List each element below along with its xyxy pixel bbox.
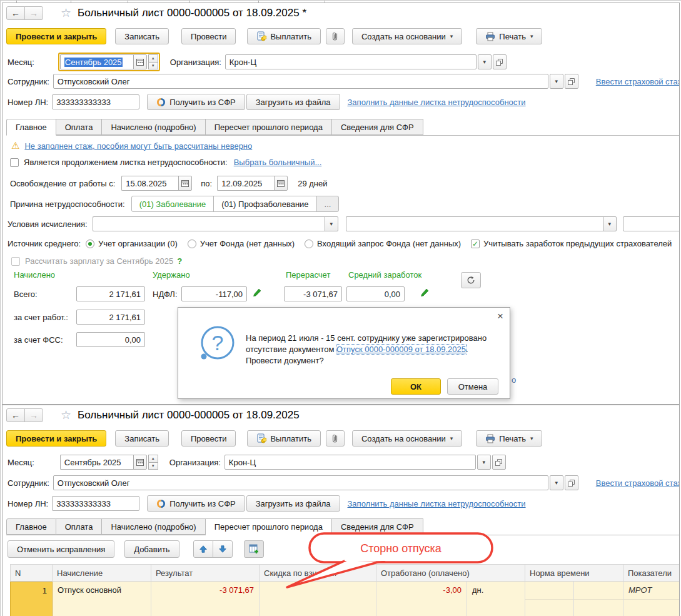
cell-indicators[interactable]: МРОТ xyxy=(623,582,680,616)
fill-data-link[interactable]: Заполнить данные листка нетрудоспособнос… xyxy=(348,499,526,508)
organization-open-button[interactable] xyxy=(493,54,507,69)
post-and-close-button[interactable]: Провести и закрыть xyxy=(6,28,106,44)
move-down-button[interactable] xyxy=(213,540,233,558)
month-calendar-button[interactable] xyxy=(133,455,147,470)
cell-time-norm-1[interactable] xyxy=(525,582,574,616)
organization-dropdown-button[interactable]: ▾ xyxy=(478,54,492,69)
favorite-star-icon[interactable]: ☆ xyxy=(61,408,71,422)
continuation-checkbox[interactable] xyxy=(10,158,19,167)
table-header-time-norm[interactable]: Норма времени xyxy=(525,564,623,582)
table-header-n[interactable]: N xyxy=(10,564,53,582)
month-spinner[interactable]: ▲▼ xyxy=(148,455,158,470)
employee-open-button[interactable] xyxy=(565,74,578,89)
reason-more-button[interactable]: ... xyxy=(316,196,340,212)
tab-accrued-detail[interactable]: Начислено (подробно) xyxy=(102,518,205,535)
month-input[interactable]: Сентябрь 2025 xyxy=(60,54,134,69)
date-to-calendar-button[interactable] xyxy=(274,176,288,191)
pay-button[interactable]: Выплатить xyxy=(247,28,321,44)
tab-accrued-detail[interactable]: Начислено (подробно) xyxy=(102,119,205,135)
reason-disease-button[interactable]: (01) Заболевание xyxy=(131,196,214,212)
organization-input[interactable]: Крон-Ц xyxy=(224,455,476,470)
edit-pencil-icon[interactable] xyxy=(253,288,261,297)
date-from-input[interactable]: 15.08.2025 xyxy=(121,176,179,191)
table-header-result[interactable]: Результат xyxy=(151,564,260,582)
help-mark[interactable]: ? xyxy=(177,256,182,266)
print-button[interactable]: Печать ▾ xyxy=(476,28,542,44)
employee-open-button[interactable] xyxy=(565,475,578,490)
employee-dropdown-button[interactable]: ▾ xyxy=(550,475,563,490)
undo-corrections-button[interactable]: Отменить исправления xyxy=(8,540,114,558)
cell-accrual[interactable]: Отпуск основной xyxy=(53,582,151,616)
create-based-button[interactable]: Создать на основании ▾ xyxy=(352,28,462,44)
get-from-sfr-button[interactable]: Получить из СФР xyxy=(147,495,245,512)
table-header-indicators[interactable]: Показатели xyxy=(623,564,680,582)
print-button[interactable]: Печать ▾ xyxy=(476,430,542,447)
add-row-button[interactable]: Добавить xyxy=(124,540,179,558)
fill-data-link[interactable]: Заполнить данные листка нетрудоспособнос… xyxy=(348,98,526,107)
attach-button[interactable] xyxy=(326,28,345,44)
tab-payment[interactable]: Оплата xyxy=(56,119,103,135)
conditions-select-1-dropdown[interactable]: ▾ xyxy=(325,216,338,231)
prev-insurers-checkbox[interactable]: ✓ xyxy=(471,240,480,248)
save-button[interactable]: Записать xyxy=(115,28,169,44)
employee-input[interactable]: Отпусковский Олег xyxy=(53,74,548,89)
post-and-close-button[interactable]: Провести и закрыть xyxy=(6,430,106,447)
reason-prof-button[interactable]: (01) Профзаболевание xyxy=(213,196,316,212)
tab-main[interactable]: Главное xyxy=(6,518,56,535)
month-calendar-button[interactable] xyxy=(133,54,147,69)
at-employer-input[interactable]: 2 171,61 xyxy=(76,310,145,325)
enter-insurance-link[interactable]: Ввести страховой стаж... xyxy=(596,478,680,488)
load-from-file-button[interactable]: Загрузить из файла xyxy=(246,495,340,512)
edit-pencil-icon[interactable] xyxy=(420,288,429,297)
conditions-select-2[interactable] xyxy=(346,216,603,231)
table-header-accrual[interactable]: Начисление xyxy=(53,564,151,582)
radio-fund-accounting[interactable] xyxy=(188,240,196,248)
cell-result[interactable]: -3 071,67 xyxy=(151,582,260,616)
back-button[interactable]: ← xyxy=(6,6,25,20)
month-spinner[interactable]: ▲▼ xyxy=(148,54,158,69)
employee-input[interactable]: Отпусковский Олег xyxy=(53,475,548,490)
total-input[interactable]: 2 171,61 xyxy=(76,286,145,301)
tab-recalc-period[interactable]: Пересчет прошлого периода xyxy=(206,119,332,135)
save-button[interactable]: Записать xyxy=(115,430,169,447)
enter-insurance-link[interactable]: Ввести страховой стаж... xyxy=(596,77,680,86)
organization-dropdown-button[interactable]: ▾ xyxy=(477,455,491,470)
radio-org-accounting[interactable] xyxy=(86,240,94,248)
organization-open-button[interactable] xyxy=(492,455,506,470)
document-link[interactable]: Отпуск 0000-000009 от 18.09.2025 xyxy=(336,345,466,354)
month-input[interactable]: Сентябрь 2025 xyxy=(60,455,134,470)
dialog-close-button[interactable]: × xyxy=(497,310,503,323)
forward-button[interactable]: → xyxy=(24,408,43,422)
favorite-star-icon[interactable]: ☆ xyxy=(61,6,71,20)
tab-main[interactable]: Главное xyxy=(6,119,56,136)
ln-number-input[interactable]: 333333333333 xyxy=(52,496,139,511)
back-button[interactable]: ← xyxy=(6,408,25,422)
cell-n[interactable]: 1 xyxy=(10,582,53,616)
conditions-select-2-dropdown[interactable]: ▾ xyxy=(603,216,617,231)
spinner-down-icon[interactable]: ▼ xyxy=(148,62,158,70)
date-from-calendar-button[interactable] xyxy=(178,176,192,191)
get-from-sfr-button[interactable]: Получить из СФР xyxy=(147,94,245,110)
at-fss-input[interactable]: 0,00 xyxy=(76,332,145,347)
choose-sick-link[interactable]: Выбрать больничный... xyxy=(234,158,322,167)
calc-salary-checkbox[interactable] xyxy=(11,257,20,266)
date-to-input[interactable]: 12.09.2025 xyxy=(217,176,275,191)
conditions-select-1[interactable] xyxy=(93,216,325,231)
cell-time-norm-2[interactable] xyxy=(574,582,623,616)
tab-sfr-info[interactable]: Сведения для СФР xyxy=(332,119,423,135)
conditions-select-3[interactable] xyxy=(623,216,680,231)
ok-button[interactable]: ОК xyxy=(391,378,441,395)
spinner-down-icon[interactable]: ▼ xyxy=(148,462,158,470)
post-button[interactable]: Провести xyxy=(181,28,236,44)
forward-button[interactable]: → xyxy=(24,6,43,20)
employee-dropdown-button[interactable]: ▾ xyxy=(550,74,563,89)
ln-number-input[interactable]: 333333333333 xyxy=(52,94,139,109)
tab-payment[interactable]: Оплата xyxy=(56,518,103,535)
load-from-file-button[interactable]: Загрузить из файла xyxy=(246,94,340,110)
avg-earnings-input[interactable]: 0,00 xyxy=(346,286,405,301)
recalc-input[interactable]: -3 071,67 xyxy=(284,286,342,301)
pay-button[interactable]: Выплатить xyxy=(247,430,321,447)
post-button[interactable]: Провести xyxy=(181,430,236,447)
cancel-button[interactable]: Отмена xyxy=(447,378,498,395)
move-up-button[interactable] xyxy=(193,540,213,558)
